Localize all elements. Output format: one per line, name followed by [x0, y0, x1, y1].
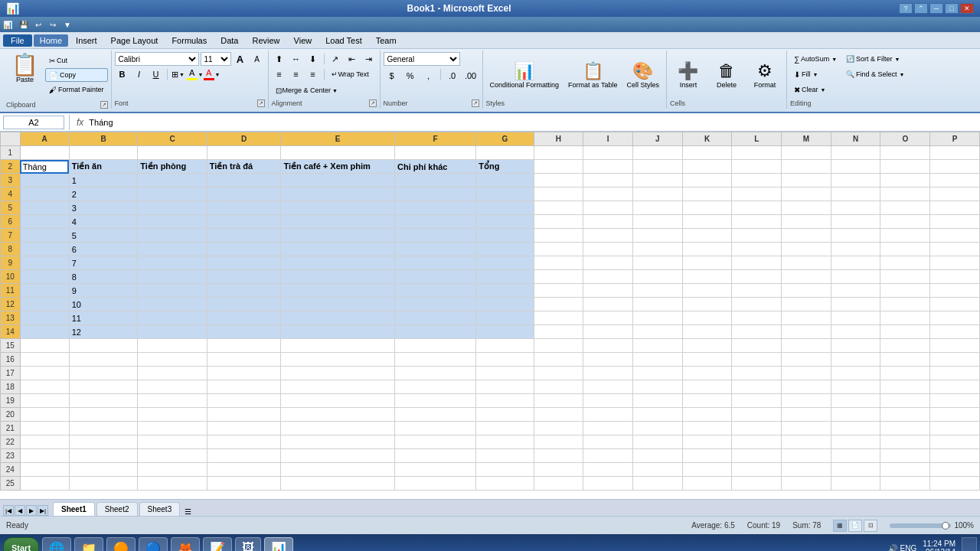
cell-J14[interactable]: [632, 325, 682, 339]
cell-M22[interactable]: [782, 435, 831, 449]
sheet-tab-1[interactable]: Sheet1: [53, 502, 95, 516]
cell-P11[interactable]: [930, 284, 980, 298]
taskbar-app4[interactable]: 🔵: [139, 537, 168, 551]
copy-button[interactable]: 📄 Copy: [45, 68, 108, 82]
cell-M6[interactable]: [782, 215, 831, 229]
cell-B13[interactable]: 11: [69, 311, 138, 325]
cell-I22[interactable]: [583, 435, 633, 449]
cell-P10[interactable]: [930, 270, 980, 284]
cell-N15[interactable]: [831, 339, 880, 353]
cell-P23[interactable]: [930, 449, 980, 463]
cell-C5[interactable]: [138, 201, 207, 215]
cell-C6[interactable]: [138, 215, 207, 229]
cell-F3[interactable]: [394, 174, 475, 187]
fill-color-btn[interactable]: A ▼: [188, 67, 203, 81]
col-header-C[interactable]: C: [138, 132, 207, 146]
cell-F13[interactable]: [394, 311, 475, 325]
spreadsheet-scroll[interactable]: A B C D E F G H I J K L M N O P: [0, 132, 980, 499]
taskbar-photoshop[interactable]: 🖼: [235, 537, 261, 551]
cell-I3[interactable]: [583, 174, 633, 187]
cell-K24[interactable]: [682, 463, 732, 477]
cell-G20[interactable]: [476, 408, 534, 422]
cell-F18[interactable]: [394, 380, 475, 394]
cell-I2[interactable]: [583, 160, 633, 174]
cell-I18[interactable]: [583, 380, 633, 394]
cell-D20[interactable]: [207, 408, 281, 422]
cell-L2[interactable]: [732, 160, 782, 174]
cell-H7[interactable]: [534, 229, 583, 243]
cell-P4[interactable]: [930, 187, 980, 201]
cell-L10[interactable]: [732, 270, 782, 284]
cell-B4[interactable]: 2: [69, 187, 138, 201]
cell-M23[interactable]: [782, 449, 831, 463]
indent-increase-btn[interactable]: ⇥: [361, 52, 377, 66]
cell-P3[interactable]: [930, 174, 980, 187]
cell-N9[interactable]: [831, 256, 880, 270]
cell-N7[interactable]: [831, 229, 880, 243]
cell-M25[interactable]: [782, 477, 831, 491]
cell-G2[interactable]: Tổng: [476, 160, 534, 174]
taskbar-firefox[interactable]: 🦊: [171, 537, 200, 551]
cell-H16[interactable]: [534, 353, 583, 367]
cell-G22[interactable]: [476, 435, 534, 449]
help-btn[interactable]: ?: [899, 3, 913, 14]
font-color-btn[interactable]: A ▼: [204, 67, 220, 81]
cell-O6[interactable]: [880, 215, 930, 229]
cell-L6[interactable]: [732, 215, 782, 229]
row-header-15[interactable]: 15: [1, 339, 21, 353]
row-header-1[interactable]: 1: [1, 146, 21, 160]
cell-N17[interactable]: [831, 367, 880, 380]
qat-redo[interactable]: ↪: [47, 18, 59, 31]
clipboard-expand[interactable]: ↗: [100, 101, 108, 109]
cell-H24[interactable]: [534, 463, 583, 477]
cell-M15[interactable]: [782, 339, 831, 353]
cell-C22[interactable]: [138, 435, 207, 449]
page-layout-view-btn[interactable]: 📄: [848, 520, 862, 532]
align-top-btn[interactable]: ⬆: [272, 52, 287, 66]
taskbar-ie[interactable]: 🌐: [42, 537, 71, 551]
cell-C17[interactable]: [138, 367, 207, 380]
cell-K9[interactable]: [682, 256, 732, 270]
cell-O9[interactable]: [880, 256, 930, 270]
cell-F17[interactable]: [394, 367, 475, 380]
cell-D6[interactable]: [207, 215, 281, 229]
cell-B20[interactable]: [69, 408, 138, 422]
cell-K8[interactable]: [682, 243, 732, 256]
cell-P8[interactable]: [930, 243, 980, 256]
cell-J11[interactable]: [632, 284, 682, 298]
cell-I25[interactable]: [583, 477, 633, 491]
cell-E1[interactable]: [281, 146, 395, 160]
cell-J24[interactable]: [632, 463, 682, 477]
cell-D9[interactable]: [207, 256, 281, 270]
cell-M9[interactable]: [782, 256, 831, 270]
cell-G13[interactable]: [476, 311, 534, 325]
cell-N10[interactable]: [831, 270, 880, 284]
cell-G16[interactable]: [476, 353, 534, 367]
cell-F21[interactable]: [394, 422, 475, 435]
cell-N23[interactable]: [831, 449, 880, 463]
cell-D12[interactable]: [207, 298, 281, 311]
row-header-13[interactable]: 13: [1, 311, 21, 325]
cell-F7[interactable]: [394, 229, 475, 243]
cell-B12[interactable]: 10: [69, 298, 138, 311]
cell-J6[interactable]: [632, 215, 682, 229]
cell-C15[interactable]: [138, 339, 207, 353]
cell-C24[interactable]: [138, 463, 207, 477]
cell-A20[interactable]: [20, 408, 69, 422]
cell-N4[interactable]: [831, 187, 880, 201]
insert-cells-button[interactable]: ➕ Insert: [670, 59, 707, 91]
cell-D7[interactable]: [207, 229, 281, 243]
cell-J3[interactable]: [632, 174, 682, 187]
cut-button[interactable]: ✂ Cut: [45, 54, 108, 67]
cell-A17[interactable]: [20, 367, 69, 380]
col-header-J[interactable]: J: [632, 132, 682, 146]
cell-H18[interactable]: [534, 380, 583, 394]
cell-A7[interactable]: [20, 229, 69, 243]
cell-G4[interactable]: [476, 187, 534, 201]
cell-K14[interactable]: [682, 325, 732, 339]
cell-M17[interactable]: [782, 367, 831, 380]
cell-A23[interactable]: [20, 449, 69, 463]
cell-E19[interactable]: [281, 394, 395, 408]
cell-B2[interactable]: Tiền ăn: [69, 160, 138, 174]
add-sheet-btn[interactable]: ☰: [185, 507, 191, 516]
